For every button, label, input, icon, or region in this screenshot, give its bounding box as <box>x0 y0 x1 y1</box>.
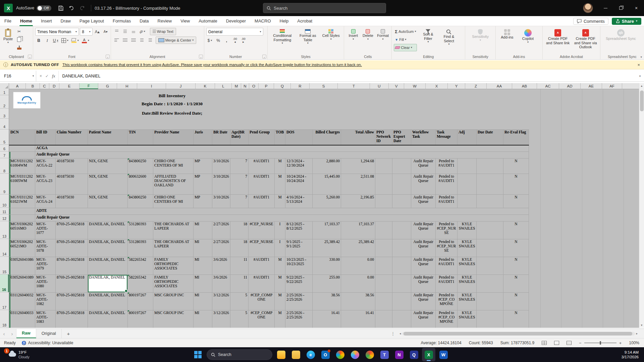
row-header-8[interactable]: 8 <box>0 158 9 174</box>
alignment-dialog-launcher[interactable]: ⌟ <box>199 55 203 59</box>
cell[interactable]: Pended to #AUDIT1 <box>436 174 458 195</box>
cell[interactable]: Pended to #CEP_COMPONE <box>436 293 458 310</box>
scroll-left-icon[interactable]: ◂ <box>398 332 402 335</box>
cell[interactable]: 3/10/2026 <box>212 195 230 208</box>
cell[interactable]: 800197267 <box>128 293 153 310</box>
cell[interactable]: MI <box>194 275 212 293</box>
quickbooks-taskbar-icon[interactable]: Q <box>407 348 421 361</box>
align-middle-button[interactable] <box>121 28 129 35</box>
normal-view-button[interactable] <box>542 341 547 345</box>
zoom-knob[interactable] <box>600 341 601 345</box>
align-center-button[interactable] <box>121 37 129 44</box>
cell[interactable]: 38.56 <box>341 293 375 310</box>
cell[interactable]: MGY-ADTE-1080 <box>35 275 56 293</box>
cell[interactable]: MP <box>194 159 212 174</box>
row-header-15[interactable]: 15 <box>0 257 9 275</box>
column-header-L[interactable]: L <box>215 83 232 89</box>
word-taskbar-icon[interactable]: W <box>437 348 450 361</box>
report-header-area[interactable]: ManageAbility Bill Inventory Begin Date … <box>9 89 529 129</box>
cell[interactable]: Pended to #AUDIT1 <box>436 275 458 293</box>
column-header-C[interactable]: C <box>40 83 49 89</box>
column-header-E[interactable]: E <box>59 83 79 89</box>
column-header-O[interactable]: O <box>249 83 259 89</box>
cell[interactable]: Audit Repair Queue <box>411 310 436 328</box>
menu-tab-macro[interactable]: MACRO <box>250 16 275 26</box>
cell[interactable]: 18 <box>230 222 249 239</box>
horizontal-scroll-thumb[interactable] <box>404 332 633 336</box>
cell[interactable]: 7 <box>230 159 249 174</box>
cell[interactable]: #AUDIT1 <box>249 275 275 293</box>
menu-tab-home[interactable]: Home <box>16 16 37 26</box>
scroll-down-icon[interactable]: ▼ <box>639 322 644 328</box>
column-header-AA[interactable]: AA <box>487 83 512 89</box>
cell[interactable]: NIX, GENE <box>88 159 128 174</box>
cell[interactable]: M <box>275 174 285 195</box>
cell[interactable] <box>477 239 503 257</box>
cell[interactable]: M <box>275 159 285 174</box>
cut-button[interactable]: ✂ <box>15 28 23 35</box>
zoom-slider[interactable] <box>584 343 616 343</box>
cell[interactable]: 8/12/2025 - 8/12/2025 <box>285 222 313 239</box>
cell[interactable]: 3/6/2026 <box>212 275 230 293</box>
column-header-D[interactable]: D <box>49 83 59 89</box>
titlebar-search-box[interactable]: Search <box>263 3 386 13</box>
cell[interactable] <box>458 195 477 208</box>
row-header-14[interactable]: 14 <box>0 239 9 257</box>
cell[interactable]: MGY-ADTE-1077 <box>35 222 56 239</box>
column-header-J[interactable]: J <box>166 83 196 89</box>
underline-button[interactable]: U▾ <box>52 37 59 44</box>
cell[interactable]: CHIRO ONE CENTERS OF MI <box>153 159 194 174</box>
delete-cells-button[interactable]: Delete ▾ <box>361 28 375 53</box>
create-pdf-share-outlook-button[interactable]: A Create PDF and Share via Outlook <box>572 28 599 53</box>
sensitivity-button[interactable]: Sensitivity ▾ <box>467 28 493 42</box>
create-pdf-share-link-button[interactable]: A Create PDF and Share link <box>545 28 571 53</box>
orientation-button[interactable]: ab▾ <box>138 28 146 35</box>
column-header-AB[interactable]: AB <box>512 83 537 89</box>
column-header-N[interactable]: N <box>241 83 249 89</box>
cell[interactable]: CHIRO ONE CENTERS OF MI <box>153 195 194 208</box>
cell[interactable]: DANEILAK, DANIEL <box>88 293 128 310</box>
undo-button[interactable] <box>66 3 77 13</box>
subsection-label[interactable]: Audit Repair Queue <box>35 152 529 159</box>
align-left-button[interactable] <box>113 37 120 44</box>
cell[interactable] <box>477 174 503 195</box>
menu-tab-developer[interactable]: Developer <box>222 16 250 26</box>
cell[interactable]: 030526041086 <box>9 257 35 275</box>
cell[interactable] <box>477 195 503 208</box>
insert-function-icon[interactable]: fx <box>52 73 55 79</box>
cell[interactable]: KYLE SWAILES <box>458 275 477 293</box>
row-header-3[interactable]: 3 <box>0 109 9 119</box>
cell[interactable]: M <box>275 310 285 328</box>
cell[interactable]: MP <box>194 195 212 208</box>
cell[interactable]: 12/3/2024 - 12/30/2024 <box>285 159 313 174</box>
cell[interactable]: MI <box>194 222 212 239</box>
addins-button[interactable]: Add-ins <box>498 28 517 53</box>
row-header-11[interactable]: 11 <box>0 208 9 215</box>
excel-taskbar-icon[interactable]: X <box>422 348 435 361</box>
zoom-level[interactable]: 100% <box>629 341 639 345</box>
cell[interactable]: MGY-ACGA-23 <box>35 174 56 195</box>
column-header-X[interactable]: X <box>426 83 448 89</box>
cell[interactable] <box>477 159 503 174</box>
column-header-P[interactable]: P <box>259 83 274 89</box>
menu-tab-data[interactable]: Data <box>135 16 153 26</box>
cell[interactable]: 5 <box>230 310 249 328</box>
cell[interactable] <box>375 293 392 310</box>
cell[interactable]: MGY-ADTE-1083 <box>35 310 56 328</box>
cell[interactable] <box>477 222 503 239</box>
cell[interactable]: MGY-ADTE-1078 <box>35 239 56 257</box>
cell[interactable]: Audit Repair Queue <box>411 257 436 275</box>
sheet-nav-right-icon[interactable]: › <box>8 331 16 337</box>
cell[interactable]: MI <box>194 293 212 310</box>
cell[interactable]: #AUDIT1 <box>249 257 275 275</box>
align-top-button[interactable] <box>113 28 120 35</box>
column-header-R[interactable]: R <box>291 83 310 89</box>
cell[interactable]: 031126040032 <box>9 293 35 310</box>
cell[interactable]: MGY-ADTE-1079 <box>35 257 56 275</box>
cell[interactable]: Pended to #CEP_NURSE <box>436 239 458 257</box>
sheet-nav-left-icon[interactable]: ‹ <box>0 331 8 337</box>
cell[interactable] <box>392 310 411 328</box>
cell[interactable]: 17,103.37 <box>313 222 341 239</box>
cell[interactable]: N <box>503 310 529 328</box>
cell[interactable] <box>392 275 411 293</box>
